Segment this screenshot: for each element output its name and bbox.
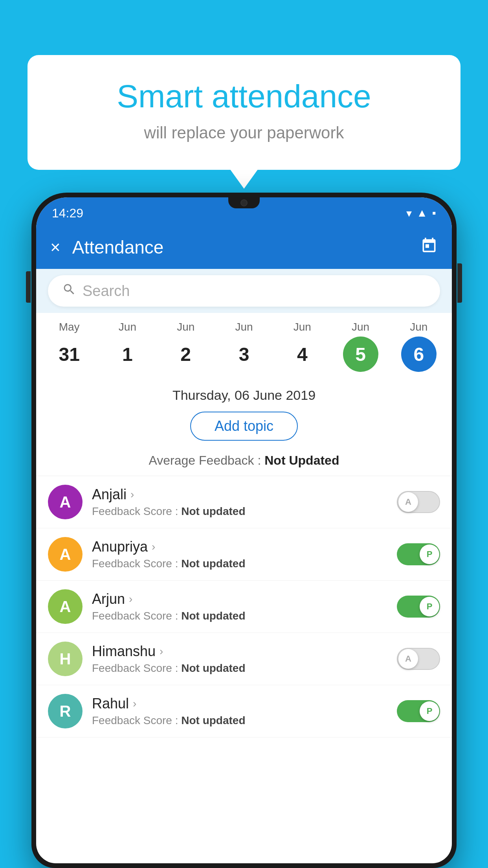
speech-bubble: Smart attendance will replace your paper… [28,55,460,170]
calendar-strip: May31Jun1Jun2Jun3Jun4Jun5Jun6 [36,313,452,376]
phone-screen: 14:29 ▾ ▲ ▪ × Attendance [36,197,452,863]
volume-button [26,271,31,303]
attendance-toggle-2[interactable]: P [397,596,440,618]
speech-bubble-container: Smart attendance will replace your paper… [28,55,460,170]
add-topic-button[interactable]: Add topic [190,412,298,441]
feedback-score-2: Feedback Score : Not updated [92,610,387,622]
attendance-toggle-1[interactable]: P [397,543,440,565]
status-icons: ▾ ▲ ▪ [406,207,436,220]
wifi-icon: ▾ [406,207,412,220]
speech-bubble-subtitle: will replace your paperwork [59,123,429,142]
calendar-day-3[interactable]: Jun3 [220,321,268,372]
feedback-score-0: Feedback Score : Not updated [92,505,387,518]
avatar-anupriya: A [48,537,83,572]
front-camera [240,199,248,206]
feedback-score-4: Feedback Score : Not updated [92,714,387,727]
app-bar: × Attendance [36,226,452,269]
calendar-icon[interactable] [420,237,438,258]
student-item-4[interactable]: RRahul ›Feedback Score : Not updatedP [36,685,452,737]
feedback-score-1: Feedback Score : Not updated [92,557,387,570]
chevron-icon: › [152,541,155,553]
attendance-toggle-0[interactable]: A [397,491,440,513]
power-button [457,263,462,303]
status-time: 14:29 [52,206,83,221]
search-container: Search [36,269,452,313]
app-bar-title: Attendance [72,237,409,258]
calendar-day-5[interactable]: Jun5 [337,321,384,372]
close-button[interactable]: × [50,237,61,257]
student-item-1[interactable]: AAnupriya ›Feedback Score : Not updatedP [36,528,452,581]
student-item-2[interactable]: AArjun ›Feedback Score : Not updatedP [36,581,452,633]
chevron-icon: › [133,697,136,710]
avg-feedback-value: Not Updated [264,453,339,467]
calendar-day-4[interactable]: Jun4 [279,321,326,372]
avatar-himanshu: H [48,642,83,676]
chevron-icon: › [129,593,132,605]
speech-bubble-title: Smart attendance [59,79,429,114]
calendar-day-2[interactable]: Jun2 [162,321,209,372]
student-name-1: Anupriya › [92,539,387,555]
chevron-icon: › [130,488,134,501]
student-name-3: Himanshu › [92,643,387,660]
student-item-3[interactable]: HHimanshu ›Feedback Score : Not updatedA [36,633,452,685]
avatar-arjun: A [48,589,83,624]
student-name-4: Rahul › [92,695,387,712]
calendar-day-0[interactable]: May31 [46,321,93,372]
signal-icon: ▲ [416,207,427,219]
avg-feedback-label: Average Feedback : [149,453,261,467]
feedback-score-3: Feedback Score : Not updated [92,662,387,675]
attendance-toggle-3[interactable]: A [397,648,440,670]
selected-date: Thursday, 06 June 2019 [36,376,452,410]
student-name-2: Arjun › [92,591,387,607]
search-icon [62,282,76,300]
avatar-anjali: A [48,485,83,519]
attendance-toggle-4[interactable]: P [397,700,440,722]
phone-frame: 14:29 ▾ ▲ ▪ × Attendance [31,193,457,868]
search-bar[interactable]: Search [48,275,440,307]
chevron-icon: › [160,645,163,658]
battery-icon: ▪ [432,207,436,219]
student-name-0: Anjali › [92,486,387,503]
search-input[interactable]: Search [83,283,130,300]
add-topic-container: Add topic [36,410,452,449]
average-feedback: Average Feedback : Not Updated [36,449,452,476]
calendar-day-6[interactable]: Jun6 [395,321,442,372]
student-list: AAnjali ›Feedback Score : Not updatedAAA… [36,476,452,737]
avatar-rahul: R [48,694,83,728]
phone-notch [228,197,260,208]
student-item-0[interactable]: AAnjali ›Feedback Score : Not updatedA [36,476,452,528]
calendar-day-1[interactable]: Jun1 [104,321,151,372]
